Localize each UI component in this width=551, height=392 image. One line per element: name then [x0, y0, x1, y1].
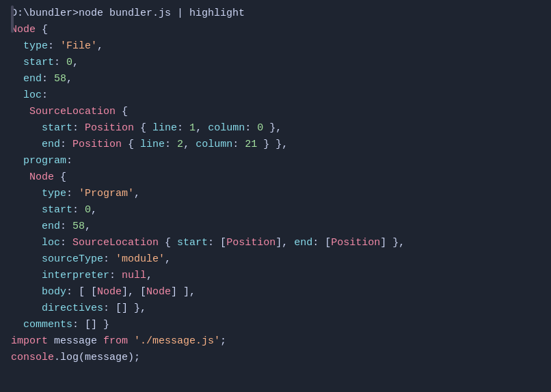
- code-line-17: body: [ [Node], [Node] ],: [11, 284, 540, 300]
- code-line-8: end: Position { line: 2, column: 21 } },: [11, 137, 540, 153]
- terminal-window: D:\bundler>node bundler.js | highlight N…: [0, 0, 551, 392]
- code-line-5: loc:: [11, 87, 540, 104]
- scrollbar[interactable]: [11, 5, 14, 33]
- code-line-20: import message from './message.js';: [11, 333, 540, 350]
- command-line: D:\bundler>node bundler.js | highlight: [11, 5, 540, 22]
- code-line-15: sourceType: 'module',: [11, 251, 540, 268]
- code-line-16: interpreter: null,: [11, 268, 540, 284]
- code-line-11: type: 'Program',: [11, 186, 540, 202]
- code-line-21: console.log(message);: [11, 350, 540, 366]
- code-line-19: comments: [] }: [11, 317, 540, 333]
- code-line-18: directives: [] },: [11, 300, 540, 317]
- code-line-13: end: 58,: [11, 219, 540, 235]
- code-line-12: start: 0,: [11, 202, 540, 219]
- code-line-4: end: 58,: [11, 71, 540, 87]
- code-line-1: Node {: [11, 22, 540, 38]
- code-line-10: Node {: [11, 169, 540, 186]
- code-line-14: loc: SourceLocation { start: [Position],…: [11, 235, 540, 251]
- code-line-7: start: Position { line: 1, column: 0 },: [11, 120, 540, 137]
- code-line-3: start: 0,: [11, 55, 540, 71]
- code-line-2: type: 'File',: [11, 38, 540, 55]
- code-line-9: program:: [11, 153, 540, 169]
- code-line-6: SourceLocation {: [11, 104, 540, 120]
